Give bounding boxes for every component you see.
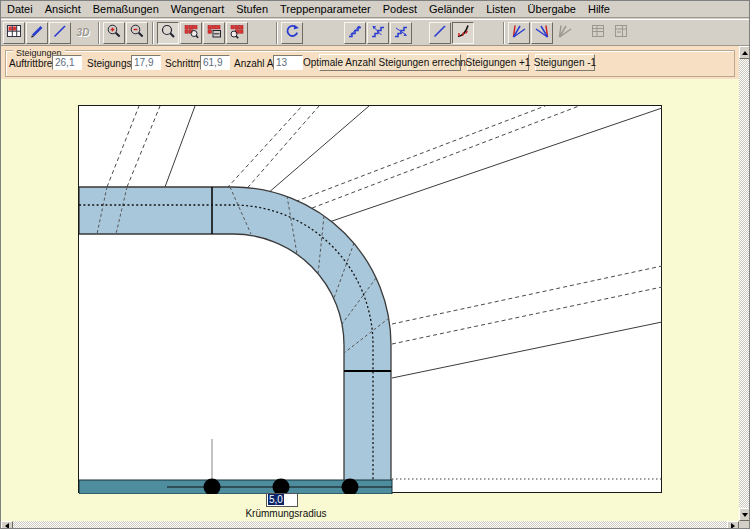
line-tool-icon: [432, 23, 448, 43]
toolbar: 3D: [1, 19, 750, 46]
toolbar-separator: [98, 22, 100, 44]
horizontal-scrollbar[interactable]: [1, 521, 739, 529]
scroll-right-button[interactable]: [727, 521, 739, 529]
menu-item-wangenart[interactable]: Wangenart: [165, 2, 230, 16]
app-window: Datei Ansicht Bemaßungen Wangenart Stufe…: [0, 0, 750, 529]
zoom-grid-red-3-icon: [229, 23, 245, 43]
anzahl-auftritte-field[interactable]: [273, 55, 303, 70]
stair-direction-2-button[interactable]: [367, 22, 389, 44]
menu-item-treppenparameter[interactable]: Treppenparameter: [274, 2, 377, 16]
menu-bar: Datei Ansicht Bemaßungen Wangenart Stufe…: [1, 1, 750, 18]
toolbar-separator: [152, 22, 154, 44]
pencil-button[interactable]: [26, 22, 48, 44]
winding-fan-2-icon: [534, 23, 550, 43]
curved-stair-button[interactable]: [452, 22, 474, 44]
arrow-up-icon: [742, 51, 748, 55]
kruemmungsradius-label: Krümmungsradius: [241, 508, 331, 519]
3d-icon: 3D: [77, 27, 90, 38]
vertical-scrollbar[interactable]: [739, 46, 750, 521]
zoom-grid-red-2-icon: [206, 23, 222, 43]
toolbar-spacer: [304, 22, 344, 44]
stair-direction-1-icon: [347, 23, 363, 43]
menu-item-podest[interactable]: Podest: [377, 2, 423, 16]
pencil-icon: [29, 23, 45, 43]
stair-plan-grid-button[interactable]: [3, 22, 25, 44]
line-tool-button[interactable]: [429, 22, 451, 44]
stringer-band[interactable]: [79, 187, 391, 494]
winding-fan-1-button[interactable]: [508, 22, 530, 44]
zoom-in-icon: [106, 23, 122, 43]
menu-item-gelaender[interactable]: Geländer: [423, 2, 480, 16]
winding-fan-disabled-icon: [557, 23, 573, 43]
stair-plan-canvas[interactable]: [78, 105, 662, 493]
schrittmass-field[interactable]: [200, 55, 230, 70]
zoom-grid-red-3-button[interactable]: [226, 22, 248, 44]
zoom-grid-red-2-button[interactable]: [203, 22, 225, 44]
arrow-right-icon: [731, 523, 735, 529]
toolbar-spacer: [249, 22, 273, 44]
steigungen-minus-button[interactable]: Steigungen -1: [535, 54, 595, 71]
stair-direction-3-button[interactable]: [390, 22, 412, 44]
refresh-icon: [284, 23, 300, 43]
menu-item-bemassungen[interactable]: Bemaßungen: [87, 2, 165, 16]
steigungshoehe-field[interactable]: [131, 55, 161, 70]
toolbar-spacer: [413, 22, 429, 44]
arrow-left-icon: [5, 523, 9, 529]
scroll-left-button[interactable]: [1, 521, 13, 529]
auftrittbreite-field[interactable]: [52, 55, 82, 70]
optimale-anzahl-button[interactable]: Optimale Anzahl Steigungen errechnen: [319, 54, 461, 71]
stair-direction-2-icon: [370, 23, 386, 43]
winding-fan-2-button[interactable]: [531, 22, 553, 44]
menu-item-uebergabe[interactable]: Übergabe: [522, 2, 582, 16]
3d-view-button: 3D: [72, 22, 94, 44]
stair-direction-1-button[interactable]: [344, 22, 366, 44]
curved-stair-icon: [455, 23, 471, 43]
winding-fan-disabled-button: [554, 22, 576, 44]
scroll-down-button[interactable]: [739, 508, 750, 521]
zoom-grid-red-1-button[interactable]: [180, 22, 202, 44]
kruemmungsradius-input[interactable]: 5,0: [266, 493, 298, 507]
zoom-out-button[interactable]: [126, 22, 148, 44]
zoom-in-button[interactable]: [103, 22, 125, 44]
zoom-window-icon: [160, 23, 176, 43]
zoom-window-button[interactable]: [157, 22, 179, 44]
toolbar-spacer: [577, 22, 587, 44]
menu-item-listen[interactable]: Listen: [480, 2, 521, 16]
list-table-2-icon: [613, 23, 629, 43]
menu-item-ansicht[interactable]: Ansicht: [39, 2, 87, 16]
steigungen-panel: Steigungen Auftrittbreite Steigungshöhe …: [1, 46, 739, 79]
zoom-out-icon: [129, 23, 145, 43]
zoom-grid-red-1-icon: [183, 23, 199, 43]
stair-plan-drawing: [79, 106, 663, 494]
list-table-2-button: [610, 22, 632, 44]
stair-plan-grid-icon: [6, 23, 22, 43]
toolbar-separator: [503, 22, 505, 44]
list-table-1-icon: [590, 23, 606, 43]
line-icon: [52, 23, 68, 43]
list-table-1-button: [587, 22, 609, 44]
stair-direction-3-icon: [393, 23, 409, 43]
scrollbar-corner: [739, 521, 750, 529]
scroll-up-button[interactable]: [739, 46, 750, 59]
drawing-client-area: 5,0 Krümmungsradius: [1, 79, 739, 521]
refresh-button[interactable]: [281, 22, 303, 44]
toolbar-separator: [276, 22, 278, 44]
menu-item-stufen[interactable]: Stufen: [230, 2, 274, 16]
menu-item-datei[interactable]: Datei: [1, 2, 39, 16]
arrow-down-icon: [742, 513, 748, 517]
kruemmungsradius-value: 5,0: [268, 494, 284, 505]
steigungen-plus-button[interactable]: Steigungen +1: [467, 54, 529, 71]
line-button[interactable]: [49, 22, 71, 44]
winding-fan-1-icon: [511, 23, 527, 43]
menu-item-hilfe[interactable]: Hilfe: [582, 2, 616, 16]
